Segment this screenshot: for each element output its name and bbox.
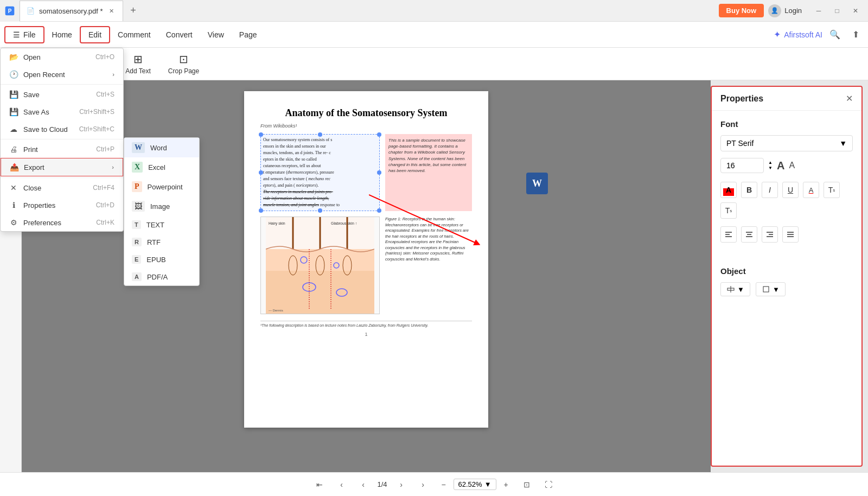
font-family-dropdown[interactable]: PT Serif ▼ bbox=[720, 135, 853, 151]
tab-bar: 📄 somatosensory.pdf * ✕ + bbox=[20, 0, 142, 22]
align-justify-button[interactable] bbox=[782, 226, 799, 243]
pdf-footnote: ¹The following description is based on l… bbox=[260, 321, 472, 327]
properties-menu-item[interactable]: ℹ Properties Ctrl+D bbox=[1, 196, 123, 214]
window-controls: ─ □ ✕ bbox=[810, 3, 864, 19]
object-align-button[interactable]: ▼ bbox=[720, 282, 750, 296]
print-menu-item[interactable]: 🖨 Print Ctrl+P bbox=[1, 141, 123, 158]
text-export-icon: T bbox=[132, 220, 141, 229]
zoom-in-button[interactable]: + bbox=[500, 478, 513, 491]
font-size-stepper[interactable]: ▲ ▼ bbox=[768, 160, 773, 170]
shrink-font-button[interactable]: A bbox=[789, 161, 795, 170]
add-text-icon: ⊞ bbox=[133, 53, 143, 66]
font-size-up-icon[interactable]: ▲ bbox=[768, 160, 773, 166]
nav-back-button[interactable]: ‹ bbox=[355, 477, 371, 492]
svg-text:P: P bbox=[8, 8, 12, 14]
cloud-button[interactable]: ⬆ bbox=[847, 27, 864, 43]
bold-button[interactable]: B bbox=[741, 182, 757, 198]
active-tab[interactable]: 📄 somatosensory.pdf * ✕ bbox=[20, 1, 123, 21]
font-size-input[interactable]: 16 bbox=[720, 158, 764, 173]
open-menu-item[interactable]: 📂 Open Ctrl+O bbox=[1, 48, 123, 66]
align-left-button[interactable] bbox=[720, 226, 737, 243]
crop-icon: ⊡ bbox=[179, 53, 188, 66]
crop-page-button[interactable]: ⊡ Crop Page bbox=[161, 49, 207, 78]
edit-menu-item[interactable]: Edit bbox=[80, 26, 110, 43]
italic-button[interactable]: I bbox=[762, 182, 778, 198]
export-image-item[interactable]: 🖼 Image bbox=[124, 196, 199, 216]
fullscreen-button[interactable]: ⛶ bbox=[541, 477, 556, 492]
export-pdfa-item[interactable]: A PDF/A bbox=[124, 268, 199, 285]
align-center-button[interactable] bbox=[741, 226, 757, 243]
search-button[interactable]: 🔍 bbox=[827, 27, 843, 43]
font-family-value: PT Serif bbox=[726, 139, 754, 148]
export-rtf-item[interactable]: R RTF bbox=[124, 233, 199, 251]
pdf-selected-text-block[interactable]: Our somatosensory system consists of sen… bbox=[260, 134, 380, 211]
rtf-export-icon: R bbox=[132, 238, 142, 246]
zoom-value-dropdown[interactable]: 62.52% ▼ bbox=[454, 479, 496, 490]
properties-close-button[interactable]: ✕ bbox=[846, 93, 853, 104]
save-as-menu-item[interactable]: 💾 Save As Ctrl+Shift+S bbox=[1, 103, 123, 120]
titlebar: P 📄 somatosensory.pdf * ✕ + Buy Now 👤 Lo… bbox=[0, 0, 868, 22]
open-recent-menu-item[interactable]: 🕐 Open Recent › bbox=[1, 66, 123, 83]
file-menu-item[interactable]: ☰ File bbox=[4, 26, 44, 43]
image-export-icon: 🖼 bbox=[132, 201, 145, 212]
align-right-button[interactable] bbox=[762, 226, 778, 243]
maximize-button[interactable]: □ bbox=[829, 3, 845, 19]
save-to-cloud-menu-item[interactable]: ☁ Save to Cloud Ctrl+Shift+C bbox=[1, 120, 123, 138]
export-text-item[interactable]: T TEXT bbox=[124, 216, 199, 233]
close-button[interactable]: ✕ bbox=[847, 3, 864, 19]
align-right-icon bbox=[765, 230, 774, 239]
buy-now-button[interactable]: Buy Now bbox=[719, 4, 764, 17]
skin-diagram: Hairy skin Glabrous skin ↑ — Dermis bbox=[260, 217, 380, 314]
first-page-button[interactable]: ⇤ bbox=[312, 477, 327, 492]
convert-menu-item[interactable]: Convert bbox=[158, 27, 200, 42]
nav-forward-button[interactable]: › bbox=[394, 477, 409, 492]
export-submenu: W Word X Excel P Powerpoint 🖼 Image T TE… bbox=[124, 137, 200, 286]
font-size-down-icon[interactable]: ▼ bbox=[768, 166, 773, 171]
fit-page-button[interactable]: ⊡ bbox=[519, 477, 534, 492]
prev-page-button[interactable]: ‹ bbox=[334, 477, 349, 492]
close-menu-item[interactable]: ✕ Close Ctrl+F4 bbox=[1, 179, 123, 196]
export-word-item[interactable]: W Word bbox=[124, 138, 199, 157]
minimize-button[interactable]: ─ bbox=[810, 3, 827, 19]
close-label: Close bbox=[23, 184, 41, 192]
next-page-button[interactable]: › bbox=[416, 477, 431, 492]
login-button[interactable]: 👤 Login bbox=[768, 4, 802, 17]
properties-shortcut: Ctrl+D bbox=[96, 201, 114, 209]
grow-shrink-controls: A A bbox=[777, 160, 795, 172]
save-cloud-shortcut: Ctrl+Shift+C bbox=[79, 125, 114, 133]
pdf-body-text: Our somatosensory system consists of sen… bbox=[263, 137, 377, 208]
superscript-button[interactable]: Ts bbox=[824, 182, 840, 198]
save-as-shortcut: Ctrl+Shift+S bbox=[79, 108, 114, 116]
view-label: View bbox=[208, 30, 224, 39]
zoom-percentage: 62.52% bbox=[458, 480, 482, 488]
svg-text:Glabrous skin ↑: Glabrous skin ↑ bbox=[331, 221, 357, 225]
save-cloud-label: Save to Cloud bbox=[23, 125, 68, 133]
export-powerpoint-item[interactable]: P Powerpoint bbox=[124, 177, 199, 196]
export-excel-item[interactable]: X Excel bbox=[124, 157, 199, 177]
font-color-button[interactable]: A bbox=[720, 182, 737, 198]
subscript-button[interactable]: Ts bbox=[720, 202, 737, 219]
comment-menu-item[interactable]: Comment bbox=[110, 27, 158, 42]
underline-button[interactable]: U bbox=[782, 182, 799, 198]
view-menu-item[interactable]: View bbox=[200, 27, 232, 42]
export-epub-item[interactable]: E EPUB bbox=[124, 251, 199, 268]
add-text-button[interactable]: ⊞ Add Text bbox=[118, 49, 158, 78]
page-menu-item[interactable]: Page bbox=[232, 27, 265, 42]
object-size-button[interactable]: ▼ bbox=[756, 282, 786, 296]
user-avatar: 👤 bbox=[768, 4, 781, 17]
zoom-control: − 62.52% ▼ + bbox=[437, 478, 513, 491]
word-icon: W bbox=[532, 178, 542, 189]
preferences-menu-item[interactable]: ⚙ Preferences Ctrl+K bbox=[1, 214, 123, 231]
grow-font-button[interactable]: A bbox=[777, 160, 784, 172]
new-tab-button[interactable]: + bbox=[125, 3, 142, 19]
align-justify-icon bbox=[786, 230, 795, 239]
text-color-underline-button[interactable]: A bbox=[803, 182, 819, 198]
zoom-out-button[interactable]: − bbox=[437, 478, 450, 491]
tab-filename: somatosensory.pdf * bbox=[39, 7, 103, 15]
home-menu-item[interactable]: Home bbox=[44, 27, 80, 42]
save-menu-item[interactable]: 💾 Save Ctrl+S bbox=[1, 86, 123, 103]
tab-close-button[interactable]: ✕ bbox=[107, 7, 116, 15]
open-recent-icon: 🕐 bbox=[9, 70, 18, 79]
ai-button[interactable]: ✦ Afirstsoft AI bbox=[774, 29, 822, 40]
export-menu-item[interactable]: 📤 Export › bbox=[1, 158, 123, 176]
